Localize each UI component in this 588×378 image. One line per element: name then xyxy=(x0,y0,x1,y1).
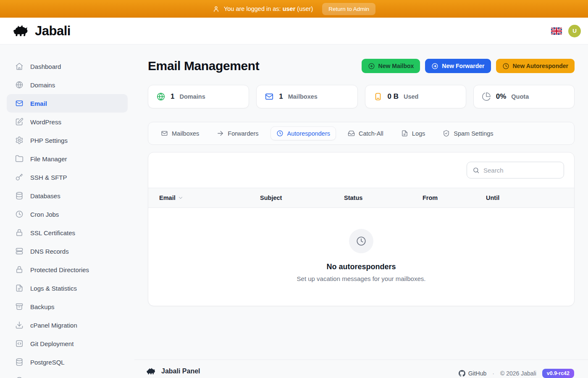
tab-mailboxes[interactable]: Mailboxes xyxy=(155,126,205,140)
file-text-icon xyxy=(15,284,24,292)
stat-quota: 0% Quota xyxy=(473,85,575,108)
clock-icon xyxy=(15,210,24,218)
impersonation-bar: You are logged in as: user (user) Return… xyxy=(0,0,588,18)
tab-autoresponders[interactable]: Autoresponders xyxy=(270,126,336,140)
clock-icon xyxy=(276,130,284,137)
empty-state-title: No autoresponders xyxy=(326,262,396,271)
column-header-from: From xyxy=(423,194,486,201)
sidebar-item-label: Cron Jobs xyxy=(30,211,59,218)
sidebar-item-label: Domains xyxy=(30,81,55,89)
search-input[interactable] xyxy=(483,167,558,174)
column-header-subject: Subject xyxy=(260,194,344,201)
sidebar-item-databases[interactable]: Databases xyxy=(7,186,128,205)
home-icon xyxy=(15,62,24,71)
tab-spam-settings[interactable]: Spam Settings xyxy=(437,126,499,140)
login-username: user xyxy=(283,5,296,12)
brand-name: Jabali xyxy=(35,24,71,39)
mail-icon xyxy=(15,99,24,108)
github-link[interactable]: GitHub xyxy=(459,370,487,377)
folder-icon xyxy=(15,155,24,163)
return-to-admin-button[interactable]: Return to Admin xyxy=(322,3,375,15)
stat-mailboxes: 1 Mailboxes xyxy=(256,85,357,108)
sidebar-item-label: Databases xyxy=(30,192,60,200)
sidebar-item-protected-directories[interactable]: Protected Directories xyxy=(7,260,128,279)
lock-icon xyxy=(15,265,24,274)
sidebar-item-domains[interactable]: Domains xyxy=(7,76,128,94)
sidebar-item-php-settings[interactable]: PHP Settings xyxy=(7,131,128,150)
sidebar-item-logs-statistics[interactable]: Logs & Statistics xyxy=(7,279,128,297)
footer-separator: · xyxy=(492,370,494,377)
search-icon xyxy=(472,167,480,174)
column-header-status: Status xyxy=(344,194,423,201)
sidebar-item-label: Logs & Statistics xyxy=(30,285,77,292)
app-header: Jabali U xyxy=(0,18,588,45)
inbox-icon xyxy=(348,130,355,137)
sidebar-item-postgresql[interactable]: PostgreSQL xyxy=(7,353,128,371)
boar-icon xyxy=(13,24,31,37)
sidebar-item-cpanel-migration[interactable]: cPanel Migration xyxy=(7,316,128,334)
page-title: Email Management xyxy=(148,59,259,73)
sidebar-item-label: WordPress xyxy=(30,118,61,126)
column-header-until: Until xyxy=(486,194,563,201)
column-header-email[interactable]: Email xyxy=(159,194,260,201)
sidebar-item-backups[interactable]: Backups xyxy=(7,297,128,316)
server-icon xyxy=(15,247,24,255)
drive-icon xyxy=(373,92,383,101)
sidebar-item-label: PHP Settings xyxy=(30,137,68,144)
user-icon xyxy=(213,5,220,13)
sidebar-item-dashboard[interactable]: Dashboard xyxy=(7,57,128,76)
mail-icon xyxy=(265,92,274,101)
tab-forwarders[interactable]: Forwarders xyxy=(211,126,264,140)
user-avatar[interactable]: U xyxy=(568,25,581,37)
sidebar-item-email[interactable]: Email xyxy=(7,94,128,113)
pie-chart-icon xyxy=(482,92,491,101)
new-forwarder-button[interactable]: New Forwarder xyxy=(425,59,491,73)
tab-catch-all[interactable]: Catch-All xyxy=(342,126,389,140)
table-header-row: Email Subject Status From Until xyxy=(148,188,574,208)
sidebar-item-label: Protected Directories xyxy=(30,266,89,273)
arrow-right-icon xyxy=(217,130,224,137)
lock-icon xyxy=(15,228,24,237)
sidebar-item-dns-records[interactable]: DNS Records xyxy=(7,242,128,260)
footer-copyright: © 2026 Jabali xyxy=(500,370,536,377)
sidebar-item-label: Git Deployment xyxy=(30,340,74,347)
circle-icon xyxy=(15,376,24,378)
sidebar: Dashboard Domains Email WordPress PHP Se… xyxy=(0,45,134,378)
sidebar-item-cron-jobs[interactable]: Cron Jobs xyxy=(7,205,128,223)
sidebar-item-label: SSL Certificates xyxy=(30,229,75,236)
plus-circle-icon xyxy=(368,63,375,70)
login-usertype: (user) xyxy=(297,5,313,12)
sidebar-item-partial[interactable] xyxy=(7,371,128,378)
stat-used: 0 B Used xyxy=(365,85,466,108)
archive-icon xyxy=(15,302,24,311)
sidebar-item-ssl-certificates[interactable]: SSL Certificates xyxy=(7,223,128,242)
sidebar-item-git-deployment[interactable]: Git Deployment xyxy=(7,334,128,353)
clock-icon xyxy=(356,236,367,247)
empty-state: No autoresponders Set up vacation messag… xyxy=(148,208,574,306)
brand-logo[interactable]: Jabali xyxy=(13,24,71,39)
shield-check-icon xyxy=(443,130,450,137)
key-icon xyxy=(15,173,24,181)
clock-icon xyxy=(502,63,509,70)
sidebar-item-wordpress[interactable]: WordPress xyxy=(7,113,128,131)
sidebar-item-label: Dashboard xyxy=(30,63,61,70)
new-mailbox-button[interactable]: New Mailbox xyxy=(362,59,420,73)
footer-brand: Jabali Panel xyxy=(161,368,200,375)
chevron-down-icon xyxy=(178,195,184,201)
language-flag-icon[interactable] xyxy=(551,27,562,35)
globe-icon xyxy=(156,92,165,101)
github-icon xyxy=(459,370,465,377)
sidebar-item-file-manager[interactable]: File Manager xyxy=(7,150,128,168)
stat-domains: 1 Domains xyxy=(148,85,249,108)
new-autoresponder-button[interactable]: New Autoresponder xyxy=(496,59,575,73)
sidebar-item-label: File Manager xyxy=(30,155,67,163)
empty-state-subtitle: Set up vacation messages for your mailbo… xyxy=(297,275,426,282)
boar-icon xyxy=(146,368,157,375)
search-box[interactable] xyxy=(467,162,564,178)
database-icon xyxy=(15,192,24,200)
sidebar-item-label: SSH & SFTP xyxy=(30,174,67,181)
tab-logs[interactable]: Logs xyxy=(395,126,431,140)
mail-icon xyxy=(161,130,168,137)
sidebar-item-ssh-sftp[interactable]: SSH & SFTP xyxy=(7,168,128,186)
database-icon xyxy=(15,358,24,366)
